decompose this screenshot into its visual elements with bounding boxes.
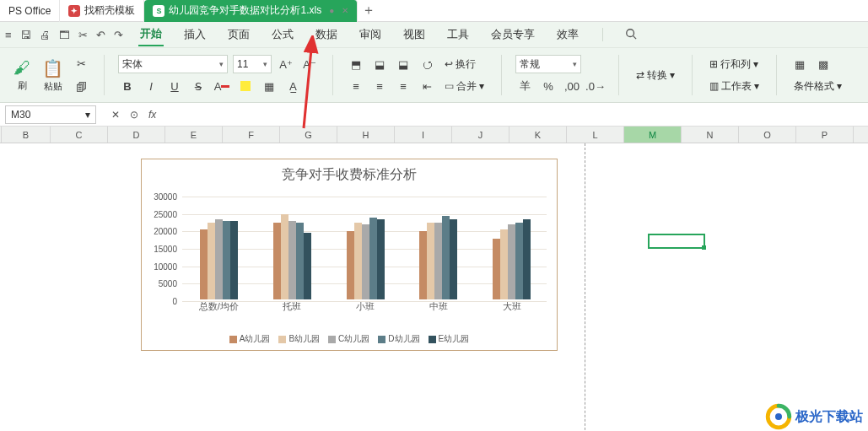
indent-icon[interactable]: ⇤: [418, 77, 436, 95]
align-right-icon[interactable]: ≡: [394, 77, 412, 95]
menu-icon[interactable]: ≡: [5, 29, 12, 41]
column-header[interactable]: K: [509, 127, 567, 143]
underline-button[interactable]: U: [165, 77, 184, 95]
chart-bar: [273, 223, 281, 299]
convert-button[interactable]: ⇄ 转换▾: [633, 66, 678, 84]
border-button[interactable]: ▦: [260, 77, 278, 95]
ribbon-tab-review[interactable]: 审阅: [358, 24, 383, 46]
ribbon-tab-start[interactable]: 开始: [138, 23, 164, 46]
merge-button[interactable]: ▭ 合并▾: [441, 77, 488, 95]
tab-wps-office[interactable]: PS Office: [0, 0, 60, 22]
decrease-font-icon[interactable]: A⁻: [300, 55, 319, 73]
conditional-format-button[interactable]: 条件格式▾: [790, 77, 845, 95]
highlight-button[interactable]: [236, 77, 255, 95]
percent-button[interactable]: %: [539, 77, 558, 95]
column-header[interactable]: C: [51, 127, 108, 143]
ribbon-tab-page[interactable]: 页面: [226, 24, 251, 46]
separator: [332, 55, 333, 95]
column-header[interactable]: J: [452, 127, 509, 143]
column-header[interactable]: L: [567, 127, 624, 143]
chart-bar: [208, 223, 215, 299]
save-icon[interactable]: 🖫: [20, 29, 31, 41]
strike-button[interactable]: S̶: [189, 77, 208, 95]
redo-icon[interactable]: ↷: [114, 29, 123, 41]
align-middle-icon[interactable]: ⬓: [370, 55, 389, 73]
column-header[interactable]: D: [108, 127, 165, 143]
copy-icon[interactable]: 🗐: [72, 78, 90, 96]
chart-x-label: 大班: [503, 300, 521, 313]
font-color-button[interactable]: A: [213, 77, 231, 95]
print-icon[interactable]: 🖨: [40, 29, 51, 41]
undo-icon[interactable]: ↶: [96, 29, 105, 41]
formula-bar: M30 ▾ ✕ ⊙ fx: [0, 103, 868, 127]
wrap-icon: ↩: [445, 58, 453, 70]
new-tab-button[interactable]: ＋: [358, 2, 380, 19]
watermark-name: 极光下载站: [795, 408, 863, 426]
name-box[interactable]: M30 ▾: [5, 105, 96, 124]
tab-active-file[interactable]: S 幼儿园竞争对手数据对比分析1.xls ● ✕: [144, 0, 358, 22]
preview-icon[interactable]: 🗔: [59, 29, 70, 41]
column-header[interactable]: E: [165, 127, 223, 143]
column-header[interactable]: P: [796, 127, 854, 143]
number-format-select[interactable]: 常规▾: [515, 55, 581, 73]
wrap-text-button[interactable]: ↩ 换行: [441, 55, 479, 73]
table-style-icon[interactable]: ▦: [790, 55, 809, 73]
format-painter-button[interactable]: 🖌 刷: [10, 58, 34, 92]
align-top-icon[interactable]: ⬒: [347, 55, 365, 73]
chart-y-tick: 5000: [142, 279, 177, 288]
ribbon-tab-data[interactable]: 数据: [314, 24, 339, 46]
decrease-decimal-button[interactable]: .0→: [586, 77, 605, 95]
font-size-select[interactable]: 11▾: [233, 55, 272, 73]
rowcol-button[interactable]: ⊞ 行和列▾: [706, 55, 763, 73]
search-icon[interactable]: [625, 28, 671, 42]
zoom-icon[interactable]: ⊙: [130, 109, 138, 121]
tab-template[interactable]: ✦ 找稻壳模板: [60, 0, 144, 22]
chart-y-tick: 15000: [142, 245, 177, 254]
column-header[interactable]: N: [682, 127, 739, 143]
worksheet-button[interactable]: ▥ 工作表▾: [706, 77, 763, 95]
active-cell[interactable]: [648, 234, 705, 249]
ribbon-tab-tools[interactable]: 工具: [445, 24, 471, 46]
font-name-select[interactable]: 宋体▾: [118, 55, 228, 73]
column-header[interactable]: G: [280, 127, 337, 143]
svg-line-1: [633, 35, 636, 39]
column-header[interactable]: I: [395, 127, 452, 143]
align-center-icon[interactable]: ≡: [370, 77, 389, 95]
orientation-icon[interactable]: ⭯: [418, 55, 436, 73]
column-header[interactable]: M: [624, 127, 682, 143]
chart-bar: [296, 223, 304, 299]
align-left-icon[interactable]: ≡: [347, 77, 365, 95]
column-header[interactable]: O: [739, 127, 796, 143]
currency-button[interactable]: 羊: [515, 77, 534, 95]
ribbon-tabs: 开始 插入 页面 公式 数据 审阅 视图 工具 会员专享 效率: [138, 23, 671, 46]
ribbon-tab-efficiency[interactable]: 效率: [555, 24, 580, 46]
spreadsheet-grid[interactable]: 竞争对手收费标准分析 05000100001500020000250003000…: [0, 143, 868, 431]
fill-color-button[interactable]: A̲: [283, 77, 302, 95]
chart-bar: [493, 239, 500, 299]
italic-button[interactable]: I: [142, 77, 160, 95]
chart-bar: [288, 221, 296, 299]
ribbon-tab-member[interactable]: 会员专享: [489, 24, 536, 46]
ribbon-tab-view[interactable]: 视图: [402, 24, 427, 46]
bold-button[interactable]: B: [118, 77, 137, 95]
column-header[interactable]: F: [223, 127, 280, 143]
column-header[interactable]: B: [2, 127, 51, 143]
chart-bar: [347, 231, 354, 299]
cut-icon[interactable]: ✂: [78, 29, 88, 41]
separator: [501, 55, 502, 95]
column-header[interactable]: H: [337, 127, 395, 143]
cancel-icon[interactable]: ✕: [111, 109, 120, 121]
ribbon-tab-formula[interactable]: 公式: [270, 24, 295, 46]
fx-icon[interactable]: fx: [148, 109, 156, 121]
chart-y-tick: 0: [142, 297, 177, 306]
ribbon-tab-insert[interactable]: 插入: [182, 24, 208, 46]
comma-button[interactable]: ,00: [563, 77, 581, 95]
scissors-icon[interactable]: ✂: [72, 54, 90, 73]
increase-font-icon[interactable]: A⁺: [277, 55, 295, 73]
paste-button[interactable]: 📋 粘贴: [39, 58, 67, 93]
align-bottom-icon[interactable]: ⬓: [394, 55, 412, 73]
cell-style-icon[interactable]: ▩: [814, 55, 833, 73]
close-icon[interactable]: ✕: [338, 6, 348, 15]
embedded-chart[interactable]: 竞争对手收费标准分析 05000100001500020000250003000…: [141, 159, 558, 351]
chart-bar: [419, 231, 427, 299]
